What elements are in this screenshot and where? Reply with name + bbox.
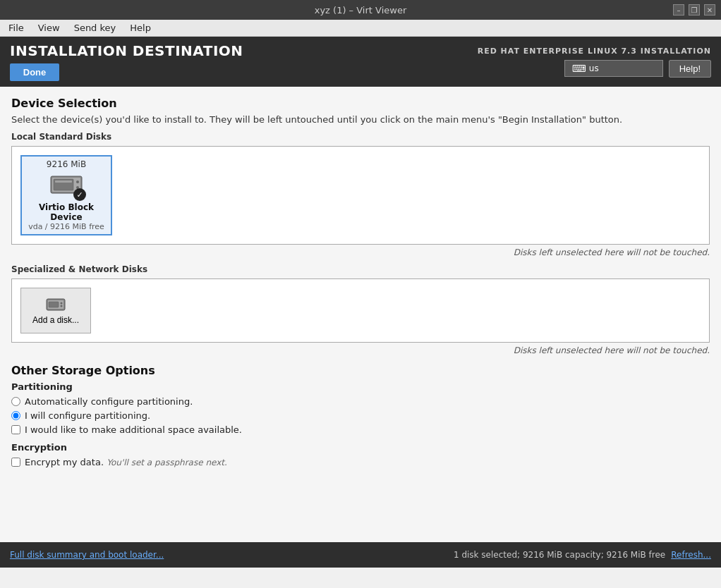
section-title-device: Device Selection bbox=[11, 97, 710, 110]
add-disk-button[interactable]: Add a disk... bbox=[20, 288, 91, 333]
section-description: Select the device(s) you'd like to insta… bbox=[11, 114, 710, 125]
local-disks-label: Local Standard Disks bbox=[11, 132, 710, 142]
encryption-title: Encryption bbox=[11, 442, 710, 453]
window-titlebar: xyz (1) – Virt Viewer – ❐ ✕ bbox=[0, 0, 721, 20]
add-disk-icon bbox=[46, 297, 66, 312]
encrypt-option: Encrypt my data. You'll set a passphrase… bbox=[11, 457, 710, 467]
disk-item-vda[interactable]: 9216 MiB ✓ bbox=[20, 155, 112, 235]
status-right: 1 disk selected; 9216 MiB capacity; 9216… bbox=[454, 550, 711, 560]
device-selection-section: Device Selection Select the device(s) yo… bbox=[11, 97, 710, 355]
svg-point-10 bbox=[61, 305, 63, 307]
manual-partition-label: I will configure partitioning. bbox=[25, 410, 150, 421]
add-disk-label: Add a disk... bbox=[32, 315, 79, 325]
specialized-disks-label: Specialized & Network Disks bbox=[11, 264, 710, 274]
header-right: RED HAT ENTERPRISE LINUX 7.3 INSTALLATIO… bbox=[478, 47, 711, 78]
partitioning-title: Partitioning bbox=[11, 381, 710, 392]
disk-status-text: 1 disk selected; 9216 MiB capacity; 9216… bbox=[454, 550, 665, 560]
auto-partition-radio[interactable] bbox=[11, 397, 20, 406]
encrypt-label: Encrypt my data. You'll set a passphrase… bbox=[25, 457, 227, 467]
full-disk-summary-link[interactable]: Full disk summary and boot loader... bbox=[10, 550, 164, 560]
menu-help[interactable]: Help bbox=[124, 21, 157, 35]
window-controls: – ❐ ✕ bbox=[673, 4, 715, 16]
keyboard-indicator[interactable]: ⌨ us bbox=[564, 60, 663, 77]
specialized-disk-area: Add a disk... bbox=[11, 278, 710, 343]
disk-icon-wrap: ✓ bbox=[49, 172, 83, 200]
window-title: xyz (1) – Virt Viewer bbox=[315, 5, 407, 16]
main-content: Device Selection Select the device(s) yo… bbox=[0, 87, 721, 568]
additional-space-label: I would like to make additional space av… bbox=[25, 424, 242, 435]
help-button[interactable]: Help! bbox=[669, 60, 711, 78]
disk-size: 9216 MiB bbox=[28, 159, 105, 169]
other-storage-section: Other Storage Options Partitioning Autom… bbox=[11, 364, 710, 467]
local-disk-area: 9216 MiB ✓ bbox=[11, 146, 710, 245]
auto-partition-option: Automatically configure partitioning. bbox=[11, 396, 710, 407]
installation-subtitle: RED HAT ENTERPRISE LINUX 7.3 INSTALLATIO… bbox=[478, 47, 711, 56]
svg-rect-8 bbox=[49, 302, 59, 307]
refresh-link[interactable]: Refresh... bbox=[671, 550, 711, 560]
local-disk-hint: Disks left unselected here will not be t… bbox=[11, 247, 710, 257]
disk-name: Virtio Block Device bbox=[28, 202, 105, 222]
manual-partition-option: I will configure partitioning. bbox=[11, 410, 710, 421]
keyboard-icon: ⌨ bbox=[572, 63, 586, 74]
keyboard-layout: us bbox=[589, 63, 599, 73]
disk-selected-badge: ✓ bbox=[73, 188, 86, 201]
svg-rect-5 bbox=[55, 180, 72, 183]
done-button[interactable]: Done bbox=[10, 63, 59, 81]
menu-file[interactable]: File bbox=[3, 21, 30, 35]
encrypt-hint: You'll set a passphrase next. bbox=[107, 458, 227, 467]
header-bar: INSTALLATION DESTINATION Done RED HAT EN… bbox=[0, 37, 721, 87]
svg-point-9 bbox=[61, 302, 63, 304]
status-bar: Full disk summary and boot loader... 1 d… bbox=[0, 542, 721, 568]
menu-sendkey[interactable]: Send key bbox=[68, 21, 122, 35]
section-title-storage: Other Storage Options bbox=[11, 364, 710, 377]
additional-space-checkbox[interactable] bbox=[11, 425, 20, 434]
manual-partition-radio[interactable] bbox=[11, 411, 20, 420]
additional-space-option: I would like to make additional space av… bbox=[11, 424, 710, 435]
menubar: File View Send key Help bbox=[0, 20, 721, 37]
minimize-button[interactable]: – bbox=[673, 4, 684, 16]
close-button[interactable]: ✕ bbox=[704, 4, 715, 16]
header-left: INSTALLATION DESTINATION Done bbox=[10, 42, 243, 81]
menu-view[interactable]: View bbox=[32, 21, 66, 35]
specialized-disk-hint: Disks left unselected here will not be t… bbox=[11, 345, 710, 355]
encrypt-checkbox[interactable] bbox=[11, 458, 20, 467]
auto-partition-label: Automatically configure partitioning. bbox=[25, 396, 193, 407]
disk-info: vda / 9216 MiB free bbox=[28, 222, 105, 231]
maximize-button[interactable]: ❐ bbox=[689, 4, 700, 16]
page-title: INSTALLATION DESTINATION bbox=[10, 42, 243, 59]
svg-point-3 bbox=[76, 180, 79, 183]
